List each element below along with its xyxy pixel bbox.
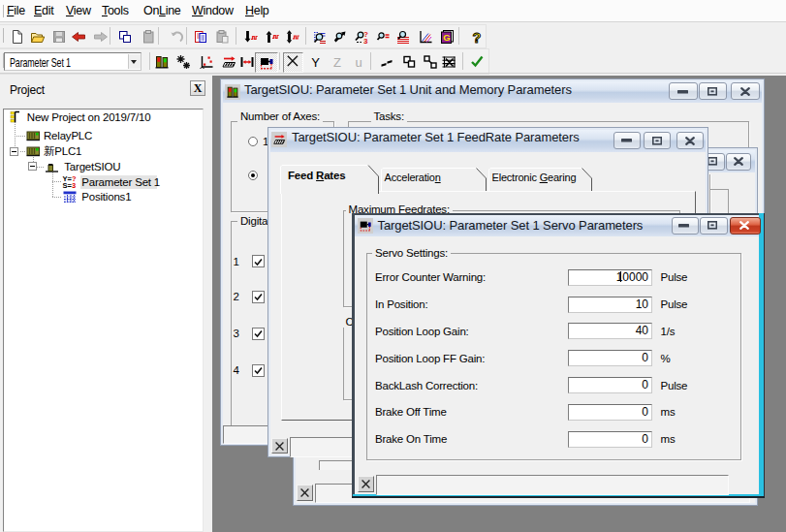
svg-text:S=3: S=3 (62, 181, 76, 189)
